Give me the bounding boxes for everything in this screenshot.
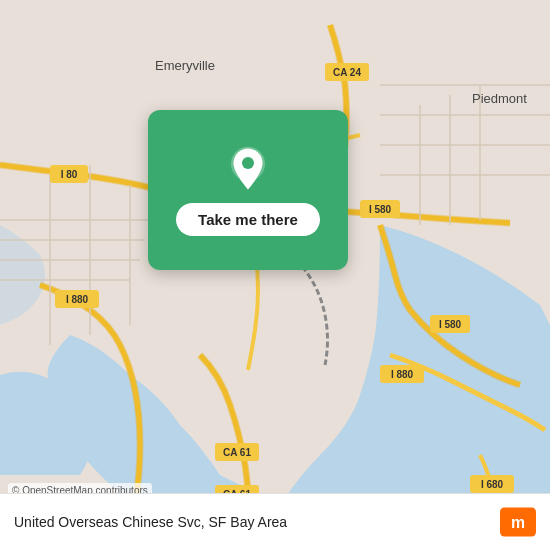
svg-text:Emeryville: Emeryville (155, 58, 215, 73)
svg-text:CA 24: CA 24 (333, 67, 361, 78)
svg-text:CA 61: CA 61 (223, 447, 251, 458)
svg-text:m: m (511, 514, 525, 531)
take-me-there-button[interactable]: Take me there (176, 203, 320, 236)
svg-text:I 880: I 880 (66, 294, 89, 305)
svg-text:I 580: I 580 (439, 319, 462, 330)
svg-point-37 (242, 157, 254, 169)
svg-text:I 580: I 580 (369, 204, 392, 215)
map-container: CA 24 I 580 I 580 I 80 I 880 I 880 CA 61… (0, 0, 550, 550)
map-background: CA 24 I 580 I 580 I 80 I 880 I 880 CA 61… (0, 0, 550, 550)
svg-text:Piedmont: Piedmont (472, 91, 527, 106)
svg-text:I 680: I 680 (481, 479, 504, 490)
moovit-logo: m (500, 504, 536, 540)
svg-text:I 880: I 880 (391, 369, 414, 380)
moovit-logo-icon: m (500, 504, 536, 540)
place-name: United Overseas Chinese Svc, SF Bay Area (14, 514, 287, 530)
action-card[interactable]: Take me there (148, 110, 348, 270)
location-pin-icon (224, 145, 272, 193)
bottom-bar: United Overseas Chinese Svc, SF Bay Area… (0, 493, 550, 550)
svg-text:I 80: I 80 (61, 169, 78, 180)
